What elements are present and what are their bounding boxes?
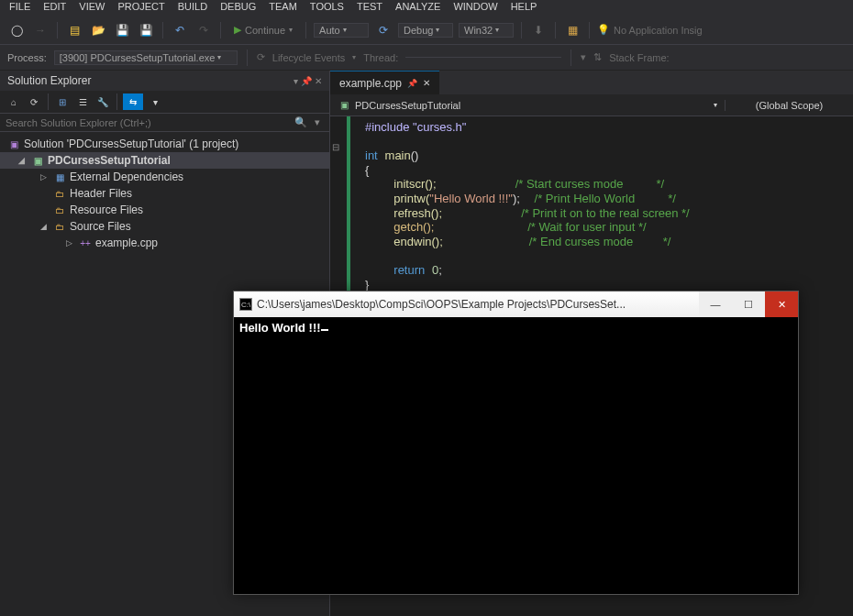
menu-file[interactable]: FILE — [9, 1, 30, 12]
close-icon[interactable]: ✕ — [315, 76, 322, 86]
menu-tools[interactable]: TOOLS — [310, 1, 344, 12]
expand-icon[interactable]: ◢ — [40, 222, 50, 231]
tree-header-files[interactable]: 🗀 Header Files — [0, 185, 329, 202]
search-icon[interactable]: 🔍 — [291, 116, 311, 128]
redo-button[interactable]: ↷ — [194, 21, 213, 39]
tab-row: example.cpp 📌 ✕ — [330, 71, 853, 94]
refresh-icon[interactable]: ⟳ — [26, 94, 42, 110]
menu-edit[interactable]: EDIT — [43, 1, 66, 12]
fold-gutter: ⊟ — [330, 116, 343, 295]
menu-help[interactable]: HELP — [511, 1, 537, 12]
pin-icon[interactable]: 📌 — [301, 76, 312, 86]
forward-button[interactable]: → — [31, 21, 50, 39]
main-toolbar: ◯ → ▤ 📂 💾 💾 ↶ ↷ ▶Continue▾ Auto▾ ⟳ Debug… — [0, 16, 853, 45]
menu-window[interactable]: WINDOW — [453, 1, 497, 12]
lifecycle-label: Lifecycle Events — [272, 52, 345, 63]
tree-resource-files[interactable]: 🗀 Resource Files — [0, 202, 329, 218]
panel-header: Solution Explorer ▾ 📌 ✕ — [0, 71, 329, 91]
project-icon: ▣ — [31, 154, 44, 167]
stack-label: Stack Frame: — [609, 52, 669, 63]
config-platform[interactable]: Win32▾ — [459, 23, 514, 38]
collapse-icon[interactable]: ⊞ — [54, 94, 71, 110]
menu-view[interactable]: VIEW — [79, 1, 105, 12]
menu-debug[interactable]: DEBUG — [220, 1, 256, 12]
tree-source-files[interactable]: ◢ 🗀 Source Files — [0, 218, 329, 235]
debug-toolbar: Process: [3900] PDCursesSetupTutorial.ex… — [0, 45, 853, 71]
config-debug[interactable]: Debug▾ — [398, 23, 453, 38]
menu-team[interactable]: TEAM — [269, 1, 297, 12]
expand-icon[interactable]: ▷ — [66, 238, 75, 248]
expand-icon[interactable]: ▷ — [40, 172, 50, 182]
menu-project[interactable]: PROJECT — [117, 1, 164, 12]
nav-project[interactable]: ▣ PDCursesSetupTutorial ▾ — [330, 99, 725, 112]
more-icon[interactable]: ▾ — [147, 94, 163, 110]
search-dropdown-icon[interactable]: ▾ — [311, 116, 324, 128]
cursor — [321, 329, 328, 331]
home-icon[interactable]: ⌂ — [6, 94, 22, 110]
close-button[interactable]: ✕ — [765, 292, 798, 317]
new-button[interactable]: ▤ — [65, 21, 83, 39]
nav-row: ▣ PDCursesSetupTutorial ▾ (Global Scope) — [330, 94, 853, 116]
code-editor[interactable]: ⊟ #include "curses.h" int main() { inits… — [330, 116, 853, 295]
solution-icon: ▣ — [7, 138, 20, 150]
back-button[interactable]: ◯ — [7, 21, 26, 39]
search-row: 🔍 ▾ — [0, 114, 329, 132]
open-button[interactable]: 📂 — [89, 21, 107, 39]
cpp-file-icon: ++ — [79, 236, 92, 249]
references-icon: ▦ — [53, 170, 66, 183]
sync-icon[interactable]: ⇆ — [123, 94, 143, 110]
close-icon[interactable]: ✕ — [423, 78, 430, 88]
menu-test[interactable]: TEST — [357, 1, 382, 12]
thread-label: Thread: — [363, 52, 398, 63]
layout-button[interactable]: ▦ — [563, 21, 582, 39]
solution-tree: ▣ Solution 'PDCursesSetupTutorial' (1 pr… — [0, 132, 329, 255]
folder-icon: 🗀 — [53, 204, 66, 216]
nav-scope[interactable]: (Global Scope) — [725, 100, 853, 111]
refresh-icon[interactable]: ⟳ — [374, 21, 393, 39]
save-all-button[interactable]: 💾 — [137, 21, 155, 39]
dropdown-icon[interactable]: ▾ — [294, 76, 298, 86]
menu-analyze[interactable]: ANALYZE — [395, 1, 440, 12]
config-auto[interactable]: Auto▾ — [314, 23, 369, 38]
folder-icon: 🗀 — [53, 187, 66, 200]
console-title: C:\Users\james\Desktop\CompSci\OOPS\Exam… — [257, 298, 626, 311]
process-label: Process: — [7, 52, 47, 63]
continue-button[interactable]: ▶Continue▾ — [228, 22, 298, 38]
maximize-button[interactable]: ☐ — [732, 292, 765, 317]
console-window[interactable]: C:\ C:\Users\james\Desktop\CompSci\OOPS\… — [233, 291, 799, 595]
menu-build[interactable]: BUILD — [178, 1, 207, 12]
expand-icon[interactable]: ◢ — [18, 156, 28, 165]
panel-title: Solution Explorer — [7, 74, 91, 87]
menubar: FILE EDIT VIEW PROJECT BUILD DEBUG TEAM … — [0, 0, 853, 16]
project-icon: ▣ — [338, 99, 350, 112]
properties-icon[interactable]: 🔧 — [94, 94, 111, 110]
undo-button[interactable]: ↶ — [171, 21, 189, 39]
minimize-button[interactable]: — — [699, 292, 732, 317]
pin-icon[interactable]: 📌 — [407, 79, 417, 88]
step-button[interactable]: ⬇ — [529, 21, 548, 39]
tree-file-example[interactable]: ▷ ++ example.cpp — [0, 235, 329, 251]
show-all-icon[interactable]: ☰ — [74, 94, 91, 110]
tab-example[interactable]: example.cpp 📌 ✕ — [330, 71, 439, 94]
save-button[interactable]: 💾 — [113, 21, 131, 39]
tree-external-deps[interactable]: ▷ ▦ External Dependencies — [0, 169, 329, 185]
folder-icon: 🗀 — [53, 220, 66, 233]
tree-project[interactable]: ◢ ▣ PDCursesSetupTutorial — [0, 152, 329, 169]
console-output: Hello World !!! — [234, 317, 798, 338]
process-dropdown[interactable]: [3900] PDCursesSetupTutorial.exe▾ — [54, 50, 238, 65]
tree-solution-root[interactable]: ▣ Solution 'PDCursesSetupTutorial' (1 pr… — [0, 136, 329, 152]
app-insights-label: 💡No Application Insig — [597, 24, 703, 36]
console-icon: C:\ — [239, 298, 252, 311]
solution-toolbar: ⌂ ⟳ ⊞ ☰ 🔧 ⇆ ▾ — [0, 91, 329, 114]
console-titlebar[interactable]: C:\ C:\Users\james\Desktop\CompSci\OOPS\… — [234, 292, 798, 317]
search-input[interactable] — [6, 117, 291, 128]
